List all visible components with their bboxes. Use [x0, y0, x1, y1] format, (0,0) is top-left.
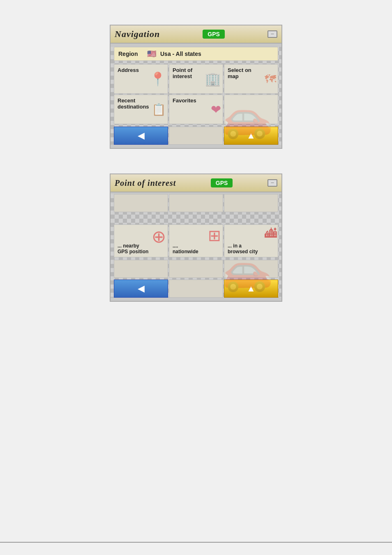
- poi-gps-badge: GPS: [211, 178, 233, 187]
- nearby-gps-cell[interactable]: ⊕ ... nearbyGPS position: [114, 224, 168, 257]
- nationwide-cell[interactable]: ⊞ .... nationwide: [169, 224, 223, 257]
- poi-empty-middle: [169, 280, 223, 298]
- browsed-city-label: ... in abrowsed city: [228, 243, 274, 254]
- spacer-2: [169, 194, 223, 212]
- poi-back-arrow-icon: ◀: [138, 283, 145, 294]
- favorites-icon: ❤: [211, 102, 221, 117]
- poi-screen: Point of interest GPS ⊕ ... nearbyGPS po…: [110, 173, 282, 302]
- minimize-button[interactable]: [267, 30, 277, 38]
- poi-grid: ⊕ ... nearbyGPS position ⊞ .... nationwi…: [114, 224, 278, 257]
- poi-header: Point of interest GPS: [111, 174, 281, 192]
- region-label: Region: [118, 51, 143, 57]
- select-map-cell[interactable]: Select onmap 🗺: [224, 64, 278, 94]
- back-button[interactable]: ◀: [114, 127, 168, 145]
- poi-back-button[interactable]: ◀: [114, 280, 168, 298]
- flag-icon: 🇺🇸: [147, 49, 156, 58]
- poi-top-spacer: [114, 194, 278, 212]
- recent-destinations-cell[interactable]: Recentdestinations 📋: [114, 95, 168, 124]
- nav-bottom-row: ◀ ▲: [114, 127, 278, 145]
- poi-go-button[interactable]: ▲: [224, 280, 278, 298]
- nav-title: Navigation: [115, 29, 160, 39]
- browsed-city-icon: 🏙: [265, 227, 277, 240]
- recent-label: Recentdestinations: [118, 97, 164, 110]
- poi-bottom-row: ◀ ▲: [114, 280, 278, 298]
- nav-empty-middle: [169, 127, 223, 145]
- spacer-1: [114, 194, 168, 212]
- empty-cell-1: [224, 95, 278, 124]
- go-arrow-icon: ▲: [247, 130, 256, 141]
- nationwide-icon: ⊞: [208, 227, 221, 245]
- favorites-cell[interactable]: Favorites ❤: [169, 95, 223, 124]
- poi-bottom-spacer: [114, 260, 278, 278]
- nationwide-label: ....: [173, 243, 219, 249]
- poi-title: Point of interest: [115, 178, 176, 188]
- nav-grid: Address 📍 Point ofinterest 🏢 Select onma…: [114, 64, 278, 124]
- spacer-3: [224, 194, 278, 212]
- spacer-6: [224, 260, 278, 278]
- bottom-divider: [0, 542, 392, 543]
- main-container: Navigation GPS Region 🇺🇸 Usa - All state…: [110, 25, 282, 302]
- poi-cell[interactable]: Point ofinterest 🏢: [169, 64, 223, 94]
- poi-label: Point ofinterest: [173, 67, 219, 79]
- gps-badge: GPS: [203, 30, 225, 39]
- go-button[interactable]: ▲: [224, 127, 278, 145]
- nationwide-text: nationwide: [173, 249, 219, 254]
- address-icon: 📍: [150, 71, 166, 87]
- nearby-label: ... nearbyGPS position: [118, 243, 164, 254]
- region-value: Usa - All states: [160, 51, 201, 57]
- select-map-label: Select onmap: [228, 67, 274, 79]
- back-arrow-icon: ◀: [138, 130, 145, 141]
- nav-screen-body: Region 🇺🇸 Usa - All states Address 📍 Poi…: [111, 47, 281, 145]
- favorites-label: Favorites: [173, 97, 219, 104]
- address-cell[interactable]: Address 📍: [114, 64, 168, 94]
- region-row[interactable]: Region 🇺🇸 Usa - All states: [114, 47, 278, 61]
- poi-go-arrow-icon: ▲: [247, 283, 256, 294]
- address-label: Address: [118, 67, 164, 73]
- browsed-city-cell[interactable]: 🏙 ... in abrowsed city: [224, 224, 278, 257]
- navigation-screen: Navigation GPS Region 🇺🇸 Usa - All state…: [110, 25, 282, 149]
- spacer-4: [114, 260, 168, 278]
- poi-minimize-button[interactable]: [267, 179, 277, 187]
- spacer-5: [169, 260, 223, 278]
- poi-screen-body: ⊕ ... nearbyGPS position ⊞ .... nationwi…: [111, 194, 281, 298]
- nav-header: Navigation GPS: [111, 25, 281, 44]
